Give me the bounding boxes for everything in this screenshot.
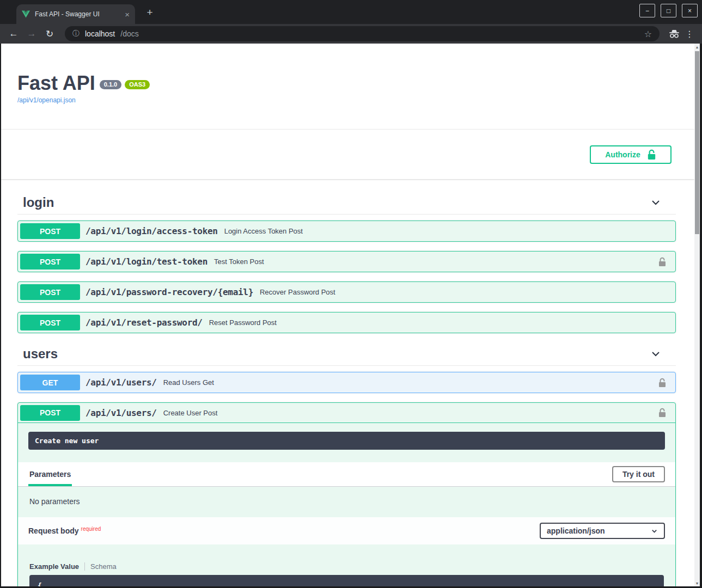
page-title: Fast API <box>17 72 95 94</box>
authorize-label: Authorize <box>605 150 640 159</box>
op-summary: Recover Password Post <box>260 288 335 296</box>
lock-icon[interactable] <box>658 378 666 388</box>
method-badge: POST <box>20 254 80 270</box>
chevron-down-icon[interactable] <box>650 197 661 208</box>
no-parameters-text: No parameters <box>28 487 665 517</box>
op-summary: Read Users Get <box>163 378 214 387</box>
page-viewport: Fast API0.1.0OAS3 /api/v1/openapi.json A… <box>1 44 700 586</box>
badges: 0.1.0OAS3 <box>100 80 150 89</box>
incognito-icon <box>668 29 680 39</box>
tab-strip: Fast API - Swagger UI × + − □ × <box>0 0 702 24</box>
section-header-login[interactable]: login <box>17 191 676 215</box>
page-scrollbar[interactable]: ▲ ▼ <box>694 44 700 586</box>
favicon-icon <box>22 10 30 18</box>
url-path: /docs <box>120 29 138 38</box>
maximize-button[interactable]: □ <box>661 4 676 17</box>
op-summary: Test Token Post <box>214 258 264 266</box>
opblock-body: Create new user Parameters Try it out No… <box>18 423 675 586</box>
example-area: Example Value Schema { <box>28 544 665 586</box>
unlock-icon <box>647 149 656 160</box>
request-body-bar: Request body required application/json <box>18 517 675 544</box>
site-info-icon[interactable]: ⓘ <box>72 29 80 39</box>
parameters-tab[interactable]: Parameters <box>28 462 72 486</box>
authorize-button[interactable]: Authorize <box>590 145 672 164</box>
scrollbar-up-icon[interactable]: ▲ <box>694 44 700 50</box>
schema-tab[interactable]: Schema <box>84 562 117 571</box>
example-value-tab[interactable]: Example Value <box>29 562 84 571</box>
op-path: /api/v1/reset-password/ <box>86 317 203 328</box>
try-it-out-button[interactable]: Try it out <box>612 466 665 482</box>
bookmark-star-icon[interactable]: ☆ <box>644 29 652 39</box>
lock-icon[interactable] <box>658 257 666 267</box>
media-type-select[interactable]: application/json <box>540 523 665 539</box>
section-operations-login: POST /api/v1/login/access-token Login Ac… <box>17 215 676 333</box>
lock-icon[interactable] <box>658 408 666 418</box>
opblock-read-users[interactable]: GET /api/v1/users/ Read Users Get <box>17 372 676 393</box>
select-chevron-icon <box>651 528 658 535</box>
browser-toolbar: ← → ↻ ⓘ localhost /docs ☆ ⋮ <box>0 24 702 44</box>
back-icon[interactable]: ← <box>7 28 21 39</box>
opblock-login-access-token[interactable]: POST /api/v1/login/access-token Login Ac… <box>17 220 676 242</box>
operation-description: Create new user <box>28 432 665 450</box>
section-operations-users: GET /api/v1/users/ Read Users Get <box>17 366 676 586</box>
openapi-spec-link[interactable]: /api/v1/openapi.json <box>17 96 76 104</box>
opblock-login-test-token[interactable]: POST /api/v1/login/test-token Test Token… <box>17 251 676 272</box>
tab-title: Fast API - Swagger UI <box>35 10 121 18</box>
example-code-block[interactable]: { <box>29 575 664 586</box>
opblock-create-user-header[interactable]: POST /api/v1/users/ Create User Post <box>18 403 675 423</box>
section-title: users <box>23 346 58 362</box>
forward-icon[interactable]: → <box>25 28 39 39</box>
op-path: /api/v1/password-recovery/{email} <box>86 287 253 297</box>
scheme-container: Authorize <box>1 129 694 179</box>
method-badge: POST <box>20 284 80 300</box>
op-summary: Reset Password Post <box>209 318 277 327</box>
section-title: login <box>23 195 54 210</box>
browser-menu-icon[interactable]: ⋮ <box>683 29 695 39</box>
op-path: /api/v1/users/ <box>86 377 157 388</box>
swagger-page: Fast API0.1.0OAS3 /api/v1/openapi.json A… <box>1 44 694 586</box>
browser-tab[interactable]: Fast API - Swagger UI × <box>16 4 135 24</box>
scrollbar-down-icon[interactable]: ▼ <box>694 580 700 586</box>
opblock-create-user-expanded: POST /api/v1/users/ Create User Post <box>17 402 676 586</box>
minimize-button[interactable]: − <box>639 4 655 17</box>
method-badge: POST <box>20 223 80 239</box>
scrollbar-thumb[interactable] <box>695 51 699 234</box>
parameters-bar: Parameters Try it out <box>18 462 675 487</box>
op-path: /api/v1/login/test-token <box>86 256 207 267</box>
method-badge: POST <box>20 405 80 421</box>
browser-window: Fast API - Swagger UI × + − □ × ← → ↻ ⓘ … <box>0 0 702 588</box>
method-badge: GET <box>20 375 80 390</box>
opblock-password-recovery[interactable]: POST /api/v1/password-recovery/{email} R… <box>17 281 676 303</box>
op-path: /api/v1/users/ <box>86 408 157 418</box>
close-button[interactable]: × <box>682 4 698 17</box>
op-path: /api/v1/login/access-token <box>86 226 218 236</box>
url-host: localhost <box>85 29 115 38</box>
request-body-label: Request body <box>28 526 79 535</box>
opblock-reset-password[interactable]: POST /api/v1/reset-password/ Reset Passw… <box>17 312 676 333</box>
op-summary: Login Access Token Post <box>224 227 303 235</box>
op-summary: Create User Post <box>163 409 218 417</box>
reload-icon[interactable]: ↻ <box>42 28 57 40</box>
window-controls: − □ × <box>639 4 698 17</box>
chevron-down-icon[interactable] <box>650 348 661 359</box>
tab-close-icon[interactable]: × <box>125 10 130 19</box>
api-info: Fast API0.1.0OAS3 /api/v1/openapi.json <box>1 44 694 104</box>
model-tabs: Example Value Schema <box>29 562 664 571</box>
version-badge: 0.1.0 <box>100 80 121 89</box>
section-header-users[interactable]: users <box>17 342 676 366</box>
required-label: required <box>81 526 101 532</box>
oas-badge: OAS3 <box>125 80 150 89</box>
media-type-value: application/json <box>547 526 605 535</box>
operations-wrapper: login POST /api/v1/login/access-token Lo… <box>17 191 676 586</box>
method-badge: POST <box>20 315 80 330</box>
new-tab-button[interactable]: + <box>143 6 156 19</box>
url-bar[interactable]: ⓘ localhost /docs ☆ <box>65 26 660 41</box>
